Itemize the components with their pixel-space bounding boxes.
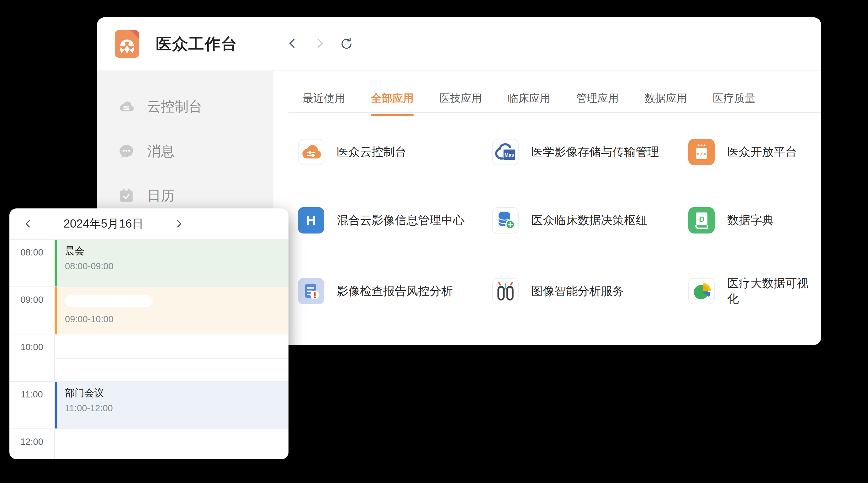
event-time: 08:00-09:00	[65, 261, 288, 271]
day-calendar-panel: 2024年5月16日 08:0009:0010:0011:0012:00晨会08…	[9, 208, 288, 459]
lungs-icon	[492, 278, 519, 304]
open-platform-icon: </>	[688, 139, 715, 165]
tab-label: 全部应用	[371, 92, 414, 104]
tab-7[interactable]: 医疗质量	[713, 91, 755, 115]
workbench-logo-icon	[111, 28, 143, 60]
app-label: 医学影像存储与传输管理	[531, 144, 659, 160]
tab-label: 医技应用	[439, 92, 482, 104]
sidebar-item-2[interactable]: 消息	[97, 129, 274, 173]
hybrid-h-icon: H	[298, 207, 324, 233]
tabs-divider	[288, 112, 821, 113]
tab-label: 医疗质量	[713, 92, 755, 104]
app-item-3[interactable]: </> 医众开放平台	[688, 139, 815, 165]
calendar-event-1[interactable]: 晨会08:00-09:00	[55, 240, 288, 287]
calendar-row-10:00: 10:00	[9, 334, 288, 382]
svg-text:D: D	[699, 215, 704, 223]
sidebar-item-label: 云控制台	[147, 97, 202, 116]
forward-button[interactable]	[311, 36, 328, 52]
tab-3[interactable]: 医技应用	[439, 91, 482, 115]
active-tab-underline	[371, 114, 414, 116]
calendar-next-day-button[interactable]	[169, 215, 188, 233]
app-label: 医众云控制台	[337, 144, 406, 160]
sidebar-item-label: 消息	[147, 142, 175, 160]
browser-nav	[284, 36, 355, 52]
calendar-event-3[interactable]: 部门会议11:00-12:00	[55, 382, 288, 428]
time-label: 10:00	[9, 334, 55, 381]
message-icon	[118, 142, 135, 160]
tab-4[interactable]: 临床应用	[508, 91, 550, 115]
app-item-4[interactable]: H 混合云影像信息管理中心	[298, 207, 492, 233]
tab-label: 管理应用	[576, 92, 619, 104]
app-item-8[interactable]: 图像智能分析服务	[492, 276, 688, 307]
cloud-console-icon	[298, 139, 324, 165]
calendar-row-12:00: 12:00	[9, 429, 288, 459]
event-title: 部门会议	[65, 387, 288, 399]
app-grid: 医众云控制台Mas 医学影像存储与传输管理</> 医众开放平台H 混合云影像信息…	[298, 139, 815, 307]
app-label: 数据字典	[727, 213, 774, 228]
tab-label: 临床应用	[508, 92, 550, 104]
refresh-icon	[340, 36, 353, 52]
tab-2[interactable]: 全部应用	[371, 91, 414, 115]
time-label: 08:00	[9, 240, 55, 287]
pie-chart-icon	[688, 278, 715, 304]
svg-text:Mas: Mas	[504, 152, 514, 158]
app-label: 医众开放平台	[727, 144, 797, 160]
app-label: 混合云影像信息管理中心	[337, 213, 464, 228]
app-item-2[interactable]: Mas 医学影像存储与传输管理	[492, 139, 688, 165]
event-time: 09:00-10:00	[65, 314, 288, 324]
app-item-5[interactable]: 医众临床数据决策枢纽	[492, 207, 688, 233]
event-time: 11:00-12:00	[65, 403, 288, 413]
calendar-prev-day-button[interactable]	[19, 215, 38, 233]
svg-text:</>: </>	[696, 151, 706, 157]
tab-1[interactable]: 最近使用	[303, 91, 345, 115]
calendar-event-2[interactable]: 09:00-10:00	[55, 287, 288, 334]
app-item-1[interactable]: 医众云控制台	[298, 139, 492, 165]
tab-label: 数据应用	[644, 92, 687, 104]
time-label: 12:00	[9, 429, 55, 459]
back-button[interactable]	[284, 36, 301, 52]
calendar-grid: 08:0009:0010:0011:0012:00晨会08:00-09:0009…	[9, 240, 288, 459]
app-label: 图像智能分析服务	[531, 283, 624, 299]
window-header: 医众工作台	[97, 17, 821, 71]
tab-5[interactable]: 管理应用	[576, 91, 619, 115]
chevron-left-icon	[286, 36, 300, 52]
svg-text:H: H	[306, 213, 316, 228]
sidebar-item-label: 日历	[147, 187, 175, 205]
mas-cloud-icon: Mas	[492, 139, 519, 165]
app-item-6[interactable]: D 数据字典	[688, 207, 815, 233]
tab-label: 最近使用	[303, 92, 345, 104]
calendar-icon	[118, 187, 135, 204]
calendar-header: 2024年5月16日	[9, 208, 288, 240]
app-item-9[interactable]: 医疗大数据可视化	[688, 276, 815, 307]
sidebar-item-1[interactable]: 云控制台	[97, 84, 274, 129]
app-item-7[interactable]: 影像检查报告风控分析	[298, 276, 492, 307]
time-label: 11:00	[9, 382, 55, 428]
app-label: 医疗大数据可视化	[727, 276, 815, 307]
database-plus-icon	[492, 207, 519, 233]
category-tabs: 最近使用全部应用医技应用临床应用管理应用数据应用医疗质量	[303, 91, 755, 115]
app-label: 影像检查报告风控分析	[337, 283, 453, 299]
report-risk-icon	[298, 278, 324, 304]
chevron-right-icon	[313, 36, 327, 52]
tab-6[interactable]: 数据应用	[644, 91, 687, 115]
event-title: 晨会	[65, 245, 288, 257]
app-label: 医众临床数据决策枢纽	[531, 213, 647, 228]
cloud-console-icon	[118, 98, 135, 115]
window-title: 医众工作台	[156, 34, 237, 55]
dictionary-book-icon: D	[688, 207, 715, 233]
calendar-date: 2024年5月16日	[38, 216, 169, 232]
time-label: 09:00	[9, 287, 55, 334]
redacted-event-title	[65, 295, 153, 307]
refresh-button[interactable]	[338, 36, 355, 52]
content-area: 最近使用全部应用医技应用临床应用管理应用数据应用医疗质量 医众云控制台Mas 医…	[274, 71, 821, 345]
